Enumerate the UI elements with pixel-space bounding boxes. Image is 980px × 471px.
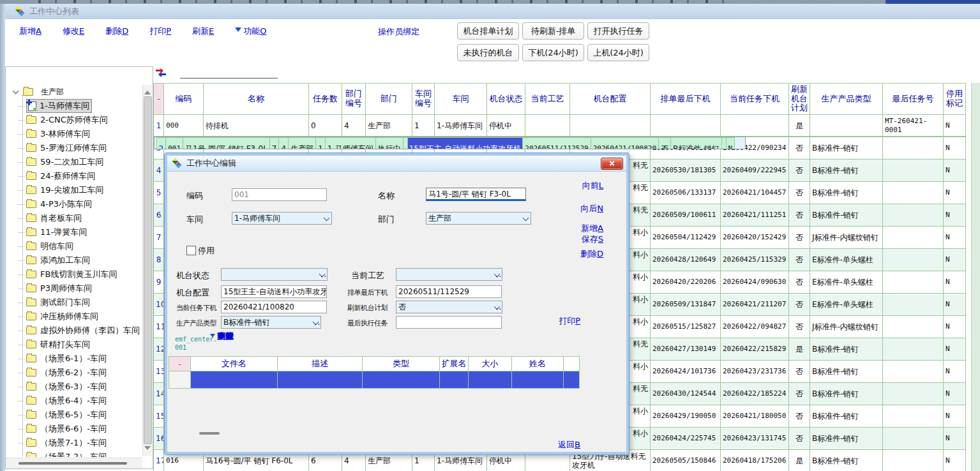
disable-checkbox[interactable]	[186, 246, 196, 255]
cell[interactable]: N	[944, 428, 966, 450]
cell[interactable]	[883, 249, 944, 271]
cell[interactable]	[525, 115, 570, 137]
cell[interactable]: 否	[789, 316, 810, 338]
function-menu-link[interactable]: 功能O	[235, 26, 266, 37]
cell[interactable]: B标准件-销钉	[810, 137, 883, 160]
dialog-nav-s[interactable]: 保存S	[582, 234, 603, 245]
cell[interactable]: 20260421/180050	[721, 405, 789, 428]
cell[interactable]: 否	[789, 271, 810, 294]
cell[interactable]: B标准件-销钉	[810, 450, 883, 471]
cell[interactable]: 1	[412, 115, 435, 137]
dialog-scrollbar-thumb[interactable]	[199, 432, 220, 435]
last-task-field[interactable]	[396, 316, 502, 329]
cell[interactable]	[883, 450, 944, 471]
name-field[interactable]: 马1号-圆/平 销钉 F3-0L	[426, 188, 526, 201]
prod-type-select[interactable]: B标准件-销钉	[221, 316, 321, 329]
cell[interactable]: N	[944, 182, 966, 204]
cell[interactable]: 20260422/215829	[721, 338, 789, 361]
cell[interactable]: N	[944, 271, 966, 294]
task-down-field[interactable]: 20260421/100820	[221, 301, 327, 313]
tree-item[interactable]: （场景6-3）-车间	[6, 380, 142, 394]
cell[interactable]: 停机中	[487, 115, 525, 137]
cell[interactable]: N	[944, 160, 966, 182]
tree-item[interactable]: 2-CNC苏师傅车间	[6, 113, 142, 127]
machine-status-browse[interactable]: ..	[320, 269, 327, 279]
swap-columns-icon[interactable]	[156, 68, 166, 77]
tree-item[interactable]: 1-马师傅车间	[6, 99, 142, 113]
toolbar-button[interactable]: 打开执行任务	[587, 22, 649, 40]
cell[interactable]: 1	[154, 115, 164, 137]
cell[interactable]: B标准件-销钉	[810, 383, 883, 405]
sched-lastdown-field[interactable]: 20260511/112529	[396, 285, 502, 298]
tree-item[interactable]: 4-P3小陈车间	[6, 197, 142, 211]
dialog-nav-a[interactable]: 新增A	[581, 223, 603, 234]
cell[interactable]	[570, 115, 651, 137]
cell[interactable]: 4	[279, 138, 289, 150]
dialog-nav-l[interactable]: 向前L	[582, 180, 603, 191]
cell[interactable]	[883, 405, 944, 428]
cell[interactable]: 是	[789, 115, 810, 137]
toolbar-link-e[interactable]: 修改E	[63, 26, 84, 37]
tree-item[interactable]: 11-弹簧车间	[6, 225, 142, 239]
cell[interactable]: 20260425/115329	[721, 249, 789, 271]
cell[interactable]: N	[944, 361, 966, 383]
tree-item[interactable]: （场景6-1）-车间	[6, 352, 142, 366]
prod-type-browse[interactable]: ..	[314, 317, 320, 327]
attachment-cell[interactable]	[191, 371, 278, 389]
cell[interactable]: 4	[154, 160, 164, 182]
tree-item[interactable]: 19-尖坡加工车间	[6, 183, 142, 197]
attachment-selected-row[interactable]	[169, 371, 580, 389]
cell[interactable]: 否	[789, 160, 810, 182]
cell[interactable]: N	[944, 383, 966, 405]
toolbar-button[interactable]: 机台排单计划	[457, 22, 519, 40]
tree-item[interactable]: 冲压杨师傅车间	[6, 310, 142, 324]
machine-status-select[interactable]	[221, 268, 328, 281]
cell[interactable]: J标准件-内螺纹销钉	[810, 227, 883, 249]
cell[interactable]: 20260428/120649	[651, 249, 721, 271]
cell[interactable]: 000	[164, 115, 204, 137]
cell[interactable]: 20260421/111251	[721, 204, 789, 227]
print-link-inner[interactable]: 打印P	[559, 315, 580, 327]
tree-item[interactable]: 测试部门车间	[6, 295, 142, 310]
cell[interactable]: 15型王主-自动送料小功率攻牙机	[407, 138, 523, 150]
cell[interactable]: 否	[789, 383, 810, 405]
attachment-cell[interactable]	[469, 371, 512, 389]
tree-horizontal-scrollbar[interactable]	[6, 458, 142, 468]
dept-select[interactable]: 生产部	[426, 212, 531, 225]
cell[interactable]: 20260430/124544	[651, 383, 721, 405]
toolbar-link-e[interactable]: 刷新E	[192, 26, 214, 37]
cell[interactable]: 0	[309, 115, 342, 137]
attachment-cell[interactable]	[564, 371, 580, 389]
cell[interactable]: B标准件-销钉	[810, 361, 883, 383]
tree-item[interactable]: （场景7-1）-车间	[6, 436, 142, 450]
cell[interactable]: 20260424/225745	[651, 428, 721, 450]
cell[interactable]: 否	[789, 294, 810, 316]
cell[interactable]	[403, 138, 407, 150]
cell[interactable]: B标准件-销钉	[671, 138, 722, 150]
cell[interactable]: 是	[789, 338, 810, 361]
cell[interactable]: 20260422/185224	[721, 383, 789, 405]
cell[interactable]: 否	[789, 428, 810, 450]
cell[interactable]: 001	[166, 138, 183, 150]
cell[interactable]: 20260506/133137	[651, 182, 721, 204]
cell[interactable]: 6	[154, 204, 164, 227]
cell[interactable]	[651, 115, 721, 137]
workshop-select[interactable]: 1-马师傅车间	[232, 212, 332, 225]
scrollbar-thumb[interactable]	[19, 462, 127, 465]
toolbar-link-a[interactable]: 新增A	[19, 26, 41, 37]
cell[interactable]: 7	[269, 138, 279, 150]
cell[interactable]: 15	[154, 405, 164, 428]
cell[interactable]: E标准件-单头螺柱	[810, 271, 883, 294]
cell[interactable]: 20260418/175206	[721, 450, 789, 471]
cell[interactable]: 14	[154, 383, 164, 405]
cell[interactable]: MT-260421-0001	[883, 115, 944, 137]
scroll-down-icon[interactable]	[144, 446, 151, 453]
cell[interactable]: B标准件-销钉	[810, 338, 883, 361]
attachment-cell[interactable]	[512, 371, 564, 389]
filter-input[interactable]	[180, 69, 278, 78]
cell[interactable]: B标准件-销钉	[810, 428, 883, 450]
cell[interactable]	[883, 160, 944, 182]
cell[interactable]: 4	[342, 115, 366, 137]
dialog-titlebar[interactable]: 工作中心编辑	[167, 156, 626, 172]
operator-binding-link[interactable]: 操作员绑定	[378, 26, 419, 38]
